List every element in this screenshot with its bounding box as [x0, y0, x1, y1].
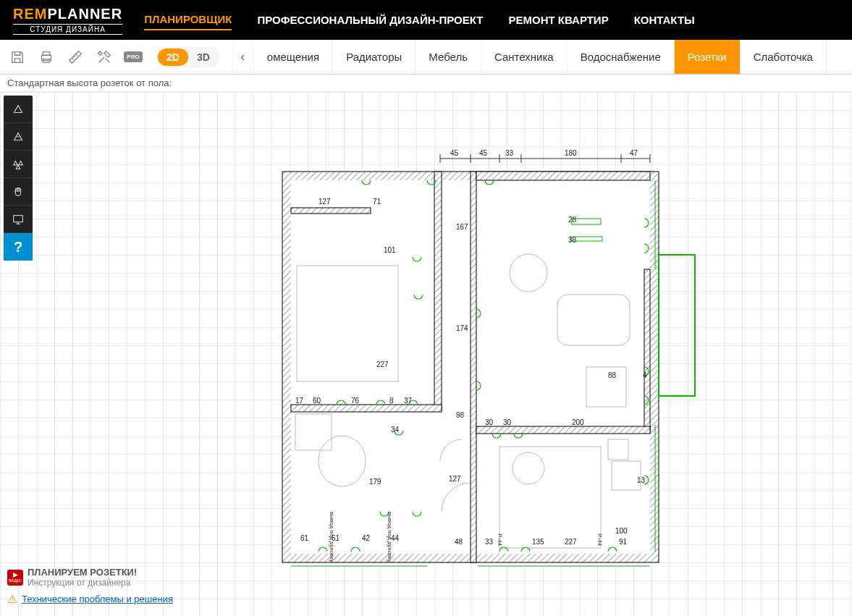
svg-rect-11 [291, 405, 442, 412]
svg-rect-1 [43, 51, 49, 55]
svg-text:33: 33 [485, 538, 494, 546]
canvas[interactable]: ? [0, 92, 852, 616]
youtube-icon[interactable]: ВИДЕО [7, 570, 23, 586]
svg-text:8: 8 [389, 397, 394, 405]
svg-text:45: 45 [450, 149, 459, 157]
svg-text:вывод под духовку: вывод под духовку [329, 512, 335, 562]
svg-text:30: 30 [503, 418, 512, 426]
svg-rect-9 [471, 172, 476, 562]
tool-triangles-icon[interactable] [4, 151, 33, 178]
svg-text:135: 135 [532, 538, 544, 546]
cat-radiators[interactable]: Радиаторы [333, 40, 416, 74]
cat-plumbing[interactable]: Сантехника [481, 40, 568, 74]
svg-text:38: 38 [568, 236, 577, 244]
svg-text:180: 180 [565, 149, 577, 157]
tool-screen-icon[interactable] [4, 206, 33, 233]
cat-rooms[interactable]: омещения [253, 40, 333, 74]
status-bar: Стандартная высота розеток от пола: [0, 75, 852, 92]
logo[interactable]: REMPLANNER СТУДИЯ ДИЗАЙНА [13, 6, 122, 35]
svg-text:91: 91 [619, 538, 628, 546]
nav-planner[interactable]: ПЛАНИРОВЩИК [144, 9, 232, 30]
print-icon[interactable] [35, 46, 58, 69]
svg-text:30: 30 [485, 418, 494, 426]
svg-rect-14 [291, 208, 371, 214]
svg-text:45: 45 [479, 149, 488, 157]
svg-text:127: 127 [319, 198, 331, 206]
nav-pro-design[interactable]: ПРОФЕССИОНАЛЬНЫЙ ДИЗАЙН-ПРОЕКТ [257, 10, 483, 30]
svg-text:17: 17 [295, 397, 304, 405]
svg-rect-15 [659, 255, 695, 396]
svg-marker-81 [13, 573, 18, 578]
svg-text:P-44: P-44 [497, 533, 503, 546]
footer-title[interactable]: ПЛАНИРУЕМ РОЗЕТКИ! [28, 567, 137, 578]
svg-text:47: 47 [630, 149, 638, 157]
svg-text:179: 179 [369, 478, 381, 486]
svg-text:98: 98 [456, 411, 465, 419]
main-area: ? [0, 92, 852, 616]
svg-text:227: 227 [565, 538, 577, 546]
svg-text:37: 37 [404, 397, 413, 405]
tech-issues-link[interactable]: Технические проблемы и решения [22, 594, 173, 604]
logo-planner: PLANNER [47, 6, 122, 22]
svg-text:71: 71 [373, 198, 381, 206]
svg-text:P-44: P-44 [596, 533, 603, 546]
svg-rect-12 [476, 426, 650, 434]
svg-text:127: 127 [449, 475, 461, 483]
svg-rect-13 [476, 172, 650, 180]
svg-text:33: 33 [505, 149, 514, 157]
svg-text:вывод под духовку: вывод под духовку [387, 512, 393, 562]
cat-furniture[interactable]: Мебель [416, 40, 481, 74]
svg-text:200: 200 [572, 418, 584, 426]
toolbar: PRO 2D 3D ‹ омещения Радиаторы Мебель Са… [0, 40, 852, 75]
svg-text:100: 100 [615, 527, 628, 535]
top-nav: REMPLANNER СТУДИЯ ДИЗАЙНА ПЛАНИРОВЩИК ПР… [0, 0, 852, 40]
svg-text:48: 48 [455, 538, 463, 546]
svg-text:28: 28 [568, 216, 577, 224]
tool-brush-icon[interactable] [4, 123, 33, 151]
cat-sockets[interactable]: Розетки [675, 40, 741, 74]
svg-rect-8 [434, 172, 442, 410]
svg-text:60: 60 [313, 397, 321, 405]
svg-text:88: 88 [608, 371, 617, 379]
nav-contacts[interactable]: КОНТАКТЫ [634, 10, 695, 30]
svg-text:61: 61 [300, 534, 309, 542]
ruler-icon[interactable] [64, 46, 87, 69]
nav-repair[interactable]: РЕМОНТ КВАРТИР [508, 10, 608, 30]
svg-text:101: 101 [384, 246, 396, 254]
tools-icon[interactable] [93, 46, 116, 69]
svg-text:42: 42 [362, 534, 371, 542]
svg-text:13: 13 [637, 476, 646, 484]
svg-text:34: 34 [391, 426, 400, 434]
svg-text:167: 167 [456, 223, 468, 231]
cat-water[interactable]: Водоснабжение [568, 40, 675, 74]
scroll-left-icon[interactable]: ‹ [232, 40, 253, 74]
svg-rect-10 [644, 269, 650, 432]
warning-icon: ⚠ [7, 592, 17, 606]
tool-hand-icon[interactable] [4, 178, 33, 206]
svg-rect-3 [14, 215, 23, 221]
side-toolbar: ? [4, 96, 33, 261]
footer-links: ВИДЕО ПЛАНИРУЕМ РОЗЕТКИ! Инструкция от д… [7, 567, 173, 610]
pro-badge[interactable]: PRO [122, 46, 145, 69]
logo-rem: REM [13, 6, 47, 22]
footer-sub: Инструкция от дизайнера [28, 578, 137, 588]
svg-text:76: 76 [351, 397, 360, 405]
view-2d-button[interactable]: 2D [158, 48, 188, 66]
view-3d-button[interactable]: 3D [188, 48, 219, 66]
cat-lowvoltage[interactable]: Слаботочка [741, 40, 827, 74]
tool-triangle-icon[interactable] [4, 96, 33, 123]
floorplan[interactable]: 45 45 33 180 47 127 71 167 28 38 101 174… [282, 150, 695, 572]
svg-text:4: 4 [643, 371, 647, 379]
logo-sub: СТУДИЯ ДИЗАЙНА [13, 24, 122, 35]
tool-help-button[interactable]: ? [4, 233, 33, 261]
svg-text:174: 174 [456, 324, 468, 332]
svg-text:227: 227 [376, 360, 389, 368]
save-icon[interactable] [6, 46, 29, 69]
view-toggle: 2D 3D [156, 47, 220, 67]
